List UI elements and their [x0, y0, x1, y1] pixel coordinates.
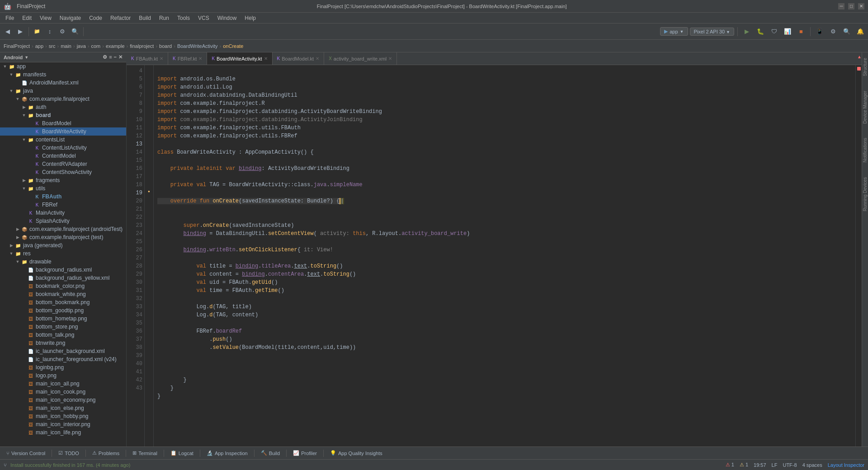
- profiler-button[interactable]: 📈 Profiler: [290, 449, 320, 457]
- breadcrumb-com[interactable]: com: [91, 43, 101, 49]
- line-separator[interactable]: LF: [772, 462, 778, 468]
- tab-activity-board-write[interactable]: X activity_board_write.xml ✕: [324, 52, 397, 65]
- tree-item-boardmodel[interactable]: ▶ K BoardModel: [0, 119, 126, 127]
- sync-button[interactable]: ↕: [44, 26, 56, 38]
- charset[interactable]: UTF-8: [783, 462, 797, 468]
- tree-item-androidmanifest[interactable]: ▶ 📄 AndroidManifest.xml: [0, 79, 126, 87]
- breadcrumb-board[interactable]: board: [159, 43, 172, 49]
- tree-item-board[interactable]: ▼ 📁 board: [0, 111, 126, 119]
- tree-item-java-generated[interactable]: ▶ 📁 java (generated): [0, 241, 126, 249]
- menu-tools[interactable]: Tools: [174, 14, 193, 22]
- tree-item-bottom-goodtip[interactable]: ▶ 🖼 bottom_goodtip.png: [0, 306, 126, 315]
- coverage-button[interactable]: 🛡: [768, 26, 780, 38]
- notifications-panel-label[interactable]: Notifications: [863, 134, 868, 166]
- menu-refactor[interactable]: Refactor: [107, 14, 134, 22]
- build-button[interactable]: 🔨 Build: [258, 449, 283, 457]
- app-quality-insights-button[interactable]: 💡 App Quality Insights: [327, 449, 385, 457]
- forward-button[interactable]: ▶: [14, 26, 26, 38]
- tree-item-bottom-store[interactable]: ▶ 🖼 bottom_store.png: [0, 323, 126, 331]
- layout-inspector-label[interactable]: Layout Inspector: [828, 462, 864, 468]
- notification-button[interactable]: 🔔: [854, 26, 866, 38]
- tree-item-utils[interactable]: ▼ 📁 utils: [0, 184, 126, 193]
- tab-fbauth[interactable]: K FBAuth.kt ✕: [127, 52, 168, 65]
- tree-item-res[interactable]: ▼ 📁 res: [0, 249, 126, 258]
- tree-item-bottom-hometap[interactable]: ▶ 🖼 bottom_hometap.png: [0, 315, 126, 323]
- breadcrumb-java[interactable]: java: [77, 43, 86, 49]
- error-count[interactable]: ⚠ 1: [726, 462, 734, 468]
- tree-item-splashactivity[interactable]: ▶ K SplashActivity: [0, 217, 126, 225]
- todo-button[interactable]: ☑ TODO: [56, 449, 82, 457]
- tab-fbref-close[interactable]: ✕: [198, 56, 202, 61]
- menu-build[interactable]: Build: [135, 14, 155, 22]
- tree-item-test[interactable]: ▶ 📦 com.example.finalproject (test): [0, 233, 126, 241]
- structure-panel-label[interactable]: Structure: [863, 54, 868, 80]
- warning-count[interactable]: ⚠ 1: [740, 462, 748, 468]
- breadcrumb-finalproject2[interactable]: finalproject: [130, 43, 154, 49]
- app-inspection-button[interactable]: 🔬 App Inspection: [204, 449, 250, 457]
- tree-item-java[interactable]: ▼ 📁 java: [0, 87, 126, 95]
- tree-item-fragments[interactable]: ▶ 📁 fragments: [0, 176, 126, 184]
- running-devices-panel-label[interactable]: Running Devices: [863, 174, 868, 215]
- tree-item-auth[interactable]: ▶ 📁 auth: [0, 103, 126, 111]
- sdk-button[interactable]: ⚙: [827, 26, 839, 38]
- tree-item-contentslist[interactable]: ▼ 📁 contentsList: [0, 136, 126, 144]
- tree-item-androidtest[interactable]: ▶ 📦 com.example.finalproject (androidTes…: [0, 225, 126, 233]
- tree-item-main-icon-all[interactable]: ▶ 🖼 main_icon_all.png: [0, 380, 126, 388]
- tree-item-boardwriteactivity[interactable]: ▶ K BoardWriteActivity: [0, 127, 126, 136]
- tree-item-bookmark-color[interactable]: ▶ 🖼 bookmark_color.png: [0, 282, 126, 290]
- tab-fbref[interactable]: K FBRef.kt ✕: [168, 52, 207, 65]
- tree-item-contentrvadapter[interactable]: ▶ K ContentRVAdapter: [0, 160, 126, 168]
- problems-button[interactable]: ⚠ Problems: [90, 449, 122, 457]
- tree-item-contentmodel[interactable]: ▶ K ContentModel: [0, 152, 126, 160]
- tree-item-manifests[interactable]: ▼ 📁 manifests: [0, 70, 126, 79]
- logcat-button[interactable]: 📋 Logcat: [168, 449, 196, 457]
- profile-button[interactable]: 📊: [782, 26, 793, 38]
- menu-navigate[interactable]: Navigate: [56, 14, 85, 22]
- tree-item-bottom-talk[interactable]: ▶ 🖼 bottom_talk.png: [0, 331, 126, 339]
- tree-item-btnwrite[interactable]: ▶ 🖼 btnwrite.png: [0, 339, 126, 347]
- run-button[interactable]: ▶: [741, 26, 753, 38]
- tree-item-ic-launcher-bg[interactable]: ▶ 📄 ic_launcher_background.xml: [0, 347, 126, 355]
- breadcrumb-main[interactable]: main: [61, 43, 71, 49]
- tab-boardwriteactivity[interactable]: K BoardWriteActivity.kt ✕: [207, 52, 272, 65]
- tree-item-com-example[interactable]: ▼ 📦 com.example.finalproject: [0, 95, 126, 103]
- indent-size[interactable]: 4 spaces: [802, 462, 822, 468]
- tab-boardmodel[interactable]: K BoardModel.kt ✕: [273, 52, 325, 65]
- menu-view[interactable]: View: [36, 14, 55, 22]
- tree-item-app[interactable]: ▼ 📁 app: [0, 62, 126, 70]
- tree-item-ic-launcher-fg[interactable]: ▶ 📄 ic_launcher_foreground.xml (v24): [0, 355, 126, 363]
- breadcrumb-oncreate[interactable]: onCreate: [223, 43, 243, 49]
- tree-item-bottom-bookmark[interactable]: ▶ 🖼 bottom_bookmark.png: [0, 298, 126, 306]
- tree-item-main-icon-life[interactable]: ▶ 🖼 main_icon_life.png: [0, 428, 126, 437]
- minimize-button[interactable]: ─: [838, 3, 844, 9]
- tree-item-bookmark-white[interactable]: ▶ 🖼 bookmark_white.png: [0, 290, 126, 298]
- menu-vcs[interactable]: VCS: [194, 14, 213, 22]
- breadcrumb-finalproject[interactable]: FinalProject: [4, 43, 30, 49]
- tab-boardmodel-close[interactable]: ✕: [316, 56, 319, 61]
- run-config-dropdown[interactable]: ▶ app ▼: [660, 27, 688, 36]
- stop-button[interactable]: ■: [795, 26, 807, 38]
- tree-item-main-icon-economy[interactable]: ▶ 🖼 main_icon_economy.png: [0, 396, 126, 404]
- menu-help[interactable]: Help: [241, 14, 259, 22]
- tree-item-bg-radius[interactable]: ▶ 📄 background_radius.xml: [0, 266, 126, 274]
- project-structure-button[interactable]: 📁: [31, 26, 43, 38]
- sidebar-close-icon[interactable]: ✕: [118, 54, 123, 60]
- sidebar-gear-icon[interactable]: ⚙: [103, 54, 107, 60]
- android-view-dropdown[interactable]: ▼: [24, 55, 28, 60]
- tree-item-loginbg[interactable]: ▶ 🖼 loginbg.png: [0, 363, 126, 371]
- back-button[interactable]: ◀: [2, 26, 14, 38]
- tree-item-main-icon-cook[interactable]: ▶ 🖼 main_icon_cook.png: [0, 388, 126, 396]
- tree-item-drawable[interactable]: ▼ 📁 drawable: [0, 258, 126, 266]
- menu-run[interactable]: Run: [156, 14, 173, 22]
- cursor-position[interactable]: 19:57: [754, 462, 766, 468]
- maximize-button[interactable]: □: [848, 3, 854, 9]
- avd-button[interactable]: 📱: [814, 26, 826, 38]
- version-control-button[interactable]: ⑂ Version Control: [4, 450, 48, 457]
- close-button[interactable]: ✕: [858, 3, 864, 9]
- tree-item-fbref[interactable]: ▶ K FBRef: [0, 201, 126, 209]
- device-dropdown[interactable]: Pixel 2 API 30 ▼: [690, 28, 734, 36]
- tree-item-main-icon-else[interactable]: ▶ 🖼 main_icon_else.png: [0, 404, 126, 412]
- code-editor-content[interactable]: import android.os.Bundle import android.…: [154, 65, 855, 446]
- search-button[interactable]: 🔍: [69, 26, 81, 38]
- debug-button[interactable]: 🐛: [755, 26, 766, 38]
